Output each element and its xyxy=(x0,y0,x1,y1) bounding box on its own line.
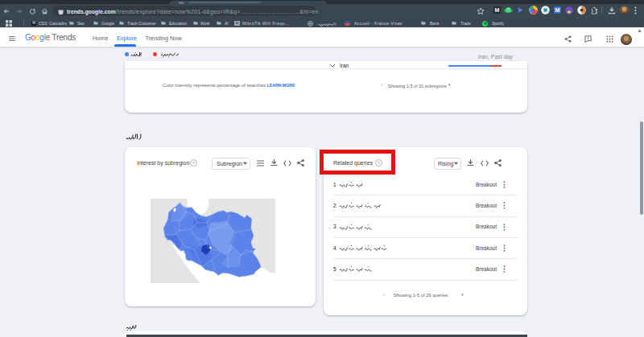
svg-text:?: ? xyxy=(192,161,196,166)
